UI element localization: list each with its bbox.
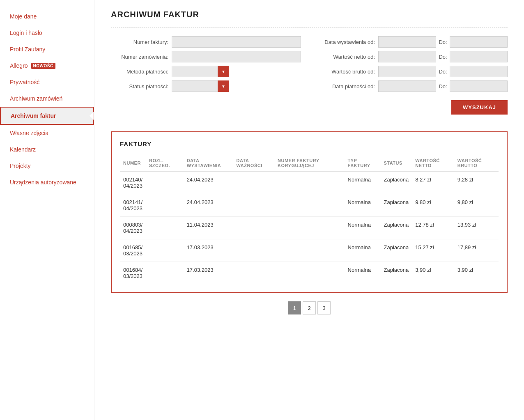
cell-rozl-szczeg <box>146 172 184 194</box>
cell-data-waznosci <box>233 217 274 239</box>
sidebar-item-urzadzenia[interactable]: Urządzenia autoryzowane <box>0 174 94 190</box>
sidebar-item-projekty[interactable]: Projekty <box>0 158 94 174</box>
col-status: STATUS <box>381 155 412 172</box>
wartosc-brutto-do-input[interactable] <box>450 66 508 77</box>
cell-numer-faktury_kor <box>274 239 344 262</box>
cell-status: Zapłacona <box>381 217 412 239</box>
sidebar-item-label: Login i hasło <box>10 30 42 36</box>
data-platnosci-inputs: Do: <box>378 80 508 92</box>
sidebar-item-profil-zaufany[interactable]: Profil Zaufany <box>0 41 94 57</box>
cell-wartosc-brutto: 3,90 zł <box>454 262 499 285</box>
metoda-platnosci-select[interactable] <box>172 66 229 77</box>
left-form-column: Numer faktury: Numer zamówienia: Metoda … <box>111 36 301 95</box>
cell-data-wystawienia: 11.04.2023 <box>184 217 233 239</box>
sidebar-item-label: Allegro <box>10 62 28 69</box>
cell-numer[interactable]: 001684/03/2023 <box>120 262 146 285</box>
sidebar-item-label: Moje dane <box>10 13 37 20</box>
main-content: ARCHIWUM FAKTUR Numer faktury: Numer zam… <box>94 0 524 420</box>
cell-numer[interactable]: 000803/04/2023 <box>120 217 146 239</box>
cell-data-wystawienia: 24.04.2023 <box>184 194 233 217</box>
page-btn-1[interactable]: 1 <box>288 301 301 314</box>
pagination: 123 <box>111 301 508 314</box>
cell-data-wystawienia: 17.03.2023 <box>184 239 233 262</box>
sidebar-item-label: Urządzenia autoryzowane <box>10 179 76 186</box>
cell-typ-faktury: Normalna <box>345 217 381 239</box>
cell-wartosc-brutto: 17,89 zł <box>454 239 499 262</box>
status-platnosci-select[interactable] <box>172 80 229 92</box>
sidebar-item-label: Prywatność <box>10 79 39 85</box>
cell-status: Zapłacona <box>381 239 412 262</box>
sidebar: Moje daneLogin i hasłoProfil ZaufanyAlle… <box>0 0 94 420</box>
cell-wartosc-brutto: 13,93 zł <box>454 217 499 239</box>
numer-faktury-row: Numer faktury: <box>111 36 301 48</box>
cell-wartosc-brutto: 9,80 zł <box>454 194 499 217</box>
sidebar-item-archiwum-zamowien[interactable]: Archiwum zamówień <box>0 90 94 107</box>
sidebar-item-prywatnosc[interactable]: Prywatność <box>0 74 94 90</box>
col-data-waznosci: DATA WAŻNOŚCI <box>233 155 274 172</box>
data-wystawienia-od-input[interactable] <box>378 36 436 48</box>
sidebar-item-label: Archiwum zamówień <box>10 95 62 102</box>
wartosc-netto-od-input[interactable] <box>378 51 436 62</box>
wartosc-brutto-od-input[interactable] <box>378 66 436 77</box>
table-row[interactable]: 000803/04/202311.04.2023NormalnaZapłacon… <box>120 217 499 239</box>
data-platnosci-od-input[interactable] <box>378 80 436 92</box>
cell-wartosc-netto: 15,27 zł <box>412 239 454 262</box>
sidebar-item-moje-dane[interactable]: Moje dane <box>0 8 94 25</box>
page-btn-3[interactable]: 3 <box>317 301 331 314</box>
numer-faktury-input[interactable] <box>172 36 301 48</box>
wartosc-brutto-label: Wartość brutto od: <box>317 69 375 75</box>
cell-wartosc-brutto: 9,28 zł <box>454 172 499 194</box>
metoda-platnosci-row: Metoda płatności: <box>111 66 301 77</box>
cell-rozl-szczeg <box>146 262 184 285</box>
table-row[interactable]: 001684/03/202317.03.2023NormalnaZapłacon… <box>120 262 499 285</box>
cell-data-waznosci <box>233 262 274 285</box>
sidebar-item-label: Projekty <box>10 163 31 169</box>
do-label-1: Do: <box>439 39 447 45</box>
col-wartosc-netto: WARTOŚĆ NETTO <box>412 155 454 172</box>
wartosc-brutto-row: Wartość brutto od: Do: <box>317 66 508 77</box>
sidebar-item-wlasne-zdjecia[interactable]: Własne zdjęcia <box>0 125 94 141</box>
numer-zamowienia-input[interactable] <box>172 51 301 62</box>
sidebar-item-label: Kalendarz <box>10 146 36 153</box>
table-row[interactable]: 001685/03/202317.03.2023NormalnaZapłacon… <box>120 239 499 262</box>
numer-zamowienia-row: Numer zamówienia: <box>111 51 301 62</box>
table-body: 002140/04/202324.04.2023NormalnaZapłacon… <box>120 172 499 285</box>
faktury-section: FAKTURY NUMER ROZL. SZCZEG. DATA WYSTAWI… <box>111 131 508 293</box>
sidebar-item-label: Archiwum faktur <box>11 112 56 119</box>
cell-data-waznosci <box>233 239 274 262</box>
data-platnosci-do-input[interactable] <box>450 80 508 92</box>
cell-numer-faktury_kor <box>274 194 344 217</box>
sidebar-item-kalendarz[interactable]: Kalendarz <box>0 141 94 158</box>
search-section: Numer faktury: Numer zamówienia: Metoda … <box>111 28 508 123</box>
table-row[interactable]: 002141/04/202324.04.2023NormalnaZapłacon… <box>120 194 499 217</box>
col-rozl-szczeg: ROZL. SZCZEG. <box>146 155 184 172</box>
col-typ-faktury: TYP FAKTURY <box>345 155 381 172</box>
col-numer-faktury-kor: NUMER FAKTURY KORYGUJĄCEJ <box>274 155 344 172</box>
search-button[interactable]: WYSZUKAJ <box>451 100 508 115</box>
cell-typ-faktury: Normalna <box>345 262 381 285</box>
sidebar-item-allegro[interactable]: AllegroNOWOŚĆ <box>0 57 94 74</box>
cell-numer[interactable]: 002141/04/2023 <box>120 194 146 217</box>
col-numer: NUMER <box>120 155 146 172</box>
wartosc-netto-do-input[interactable] <box>450 51 508 62</box>
status-platnosci-row: Status płatności: <box>111 80 301 92</box>
sidebar-item-login-haslo[interactable]: Login i hasło <box>0 25 94 41</box>
cell-status: Zapłacona <box>381 194 412 217</box>
do-label-4: Do: <box>439 83 447 90</box>
cell-data-waznosci <box>233 194 274 217</box>
data-wystawienia-inputs: Do: <box>378 36 508 48</box>
cell-numer-faktury_kor <box>274 262 344 285</box>
cell-data-wystawienia: 24.04.2023 <box>184 172 233 194</box>
cell-numer[interactable]: 001685/03/2023 <box>120 239 146 262</box>
cell-rozl-szczeg <box>146 239 184 262</box>
right-form-column: Data wystawienia od: Do: Wartość netto o… <box>317 36 508 95</box>
data-wystawienia-row: Data wystawienia od: Do: <box>317 36 508 48</box>
data-wystawienia-do-input[interactable] <box>450 36 508 48</box>
sidebar-item-archiwum-faktur[interactable]: Archiwum faktur <box>0 107 94 125</box>
table-row[interactable]: 002140/04/202324.04.2023NormalnaZapłacon… <box>120 172 499 194</box>
cell-rozl-szczeg <box>146 217 184 239</box>
cell-data-waznosci <box>233 172 274 194</box>
cell-numer[interactable]: 002140/04/2023 <box>120 172 146 194</box>
page-btn-2[interactable]: 2 <box>303 301 316 314</box>
cell-status: Zapłacona <box>381 172 412 194</box>
